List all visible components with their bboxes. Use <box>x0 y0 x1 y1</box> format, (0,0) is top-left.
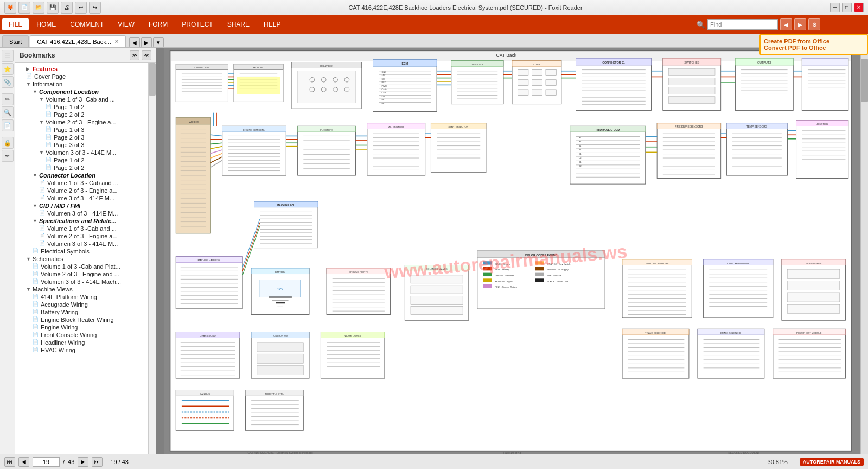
bm-mv-hvac[interactable]: 📄 HVAC Wiring <box>15 346 148 354</box>
menu-comment[interactable]: COMMENT <box>63 18 110 30</box>
foxit-logo[interactable]: 🦊 <box>4 2 16 14</box>
bm-vol3-p2[interactable]: 📄 Page 2 of 2 <box>15 164 148 172</box>
bm-specs-vol3[interactable]: 📄 Volumen 3 of 3 - 414E M... <box>15 240 148 248</box>
bm-vol3-414e[interactable]: ▼ Volumen 3 of 3 - 414E M... <box>15 149 148 156</box>
minimize-btn[interactable]: ─ <box>830 3 840 12</box>
bm-vol1-cab[interactable]: ▼ Volume 1 of 3 -Cab and ... <box>15 96 148 103</box>
next-page-btn[interactable]: ▶ <box>78 457 88 467</box>
arrow-icon: ▼ <box>33 218 39 224</box>
first-page-btn[interactable]: ⏮ <box>4 457 15 467</box>
search-tool-btn[interactable]: 🔍 <box>2 106 14 118</box>
bm-mv-414e[interactable]: 📄 414E Platform Wiring <box>15 293 148 301</box>
bm-conn-vol1[interactable]: 📄 Volume 1 of 3 - Cab and ... <box>15 179 148 187</box>
search-prev-btn[interactable]: ◀ <box>780 18 792 30</box>
print-btn[interactable]: 🖨 <box>61 2 73 14</box>
hand-tool-btn[interactable]: ☰ <box>2 50 14 62</box>
bm-schem-vol2[interactable]: 📄 Volume 2 of 3 - Engine and ... <box>15 270 148 278</box>
bm-mv-headliner[interactable]: 📄 Headliner Wiring <box>15 339 148 346</box>
bm-machine-views[interactable]: ▼ Machine Views <box>15 286 148 293</box>
bm-specs-vol2[interactable]: 📄 Volume 2 of 3 - Engine a... <box>15 232 148 240</box>
search-next-btn[interactable]: ▶ <box>794 18 806 30</box>
bm-mv-accugrade[interactable]: 📄 Accugrade Wiring <box>15 301 148 308</box>
bm-vol2-p1[interactable]: 📄 Page 1 of 3 <box>15 126 148 134</box>
last-page-btn[interactable]: ⏭ <box>92 457 103 467</box>
redo-btn[interactable]: ↪ <box>89 2 101 14</box>
bm-cid-vol[interactable]: 📄 Volumen 3 of 3 - 414E M... <box>15 210 148 217</box>
menu-share[interactable]: SHARE <box>221 18 256 30</box>
bm-mv-engine-label: Engine Wiring <box>41 324 78 331</box>
bm-conn-vol3[interactable]: 📄 Volume 3 of 3 - 414E M... <box>15 194 148 202</box>
bookmark-tool-btn[interactable]: ⭐ <box>2 63 14 75</box>
bm-mv-engine[interactable]: 📄 Engine Wiring <box>15 324 148 331</box>
search-area: 🔍 ◀ ▶ ⚙ <box>692 18 866 30</box>
bm-specs-vol1[interactable]: 📄 Volume 1 of 3 -Cab and ... <box>15 225 148 232</box>
annotation-tool-btn[interactable]: ✏ <box>2 93 14 105</box>
svg-text:MACHINE ECU: MACHINE ECU <box>277 204 295 207</box>
bm-schem-vol1[interactable]: 📄 Volume 1 of 3 -Cab and Plat... <box>15 263 148 270</box>
bm-mv-battery[interactable]: 📄 Battery Wiring <box>15 308 148 316</box>
bm-conn-vol2[interactable]: 📄 Volume 2 of 3 - Engine a... <box>15 187 148 194</box>
undo-btn[interactable]: ↩ <box>75 2 87 14</box>
attachment-tool-btn[interactable]: 📎 <box>2 76 14 88</box>
page-icon: 📄 <box>26 73 33 80</box>
prev-page-btn[interactable]: ◀ <box>18 457 29 467</box>
sidebar-expand-btn[interactable]: ≫ <box>130 50 139 60</box>
tab-bar: Start CAT 416,422E,428E Back... ✕ ◀ ▶ ▼ <box>0 34 868 48</box>
svg-text:CONNECTOR J1: CONNECTOR J1 <box>602 61 625 64</box>
menu-form[interactable]: FORM <box>142 18 174 30</box>
bm-vol3-p1[interactable]: 📄 Page 1 of 2 <box>15 156 148 164</box>
bm-vol2-p3[interactable]: 📄 Page 3 of 3 <box>15 141 148 149</box>
bm-features[interactable]: ▶ Features <box>15 65 148 73</box>
bm-vol2-p2[interactable]: 📄 Page 2 of 3 <box>15 134 148 141</box>
svg-rect-84 <box>518 80 528 86</box>
tab-scroll-right[interactable]: ▶ <box>141 37 152 47</box>
svg-rect-139 <box>802 58 848 65</box>
page-number-input[interactable] <box>33 457 60 467</box>
sidebar-scroll-thumb[interactable] <box>149 63 156 96</box>
bm-vol2-engine[interactable]: ▼ Volume 2 of 3 - Engine a... <box>15 118 148 126</box>
bm-cid-mid-fmi[interactable]: ▼ CID / MID / FMI <box>15 202 148 210</box>
menu-home[interactable]: HOME <box>30 18 62 30</box>
sign-tool-btn[interactable]: ✒ <box>2 150 14 162</box>
security-tool-btn[interactable]: 🔒 <box>2 137 14 149</box>
ad-line2: Convert PDF to Office <box>764 45 864 51</box>
new-file-btn[interactable]: 📄 <box>18 2 30 14</box>
menu-file[interactable]: FILE <box>2 18 29 30</box>
sidebar-collapse-btn[interactable]: ≪ <box>142 50 151 60</box>
save-btn[interactable]: 💾 <box>47 2 59 14</box>
svg-rect-421 <box>788 304 840 313</box>
bm-specs[interactable]: ▼ Specifications and Relate... <box>15 217 148 225</box>
sidebar-header: Bookmarks ≫ ≪ <box>15 48 156 63</box>
tab-start[interactable]: Start <box>2 35 29 47</box>
tab-document-close[interactable]: ✕ <box>114 39 119 45</box>
pdf-vertical-scrollbar[interactable] <box>860 48 868 454</box>
menu-protect[interactable]: PROTECT <box>175 18 219 30</box>
pdf-scroll-thumb[interactable] <box>861 59 868 102</box>
pdf-area[interactable]: CAT Back CONNECTOR MODULE <box>156 48 868 454</box>
search-input[interactable] <box>707 19 778 30</box>
bm-mv-engine-block[interactable]: 📄 Engine Block Heater Wiring <box>15 316 148 324</box>
svg-text:HYDRAULIC ECM: HYDRAULIC ECM <box>596 128 620 131</box>
menu-view[interactable]: VIEW <box>111 18 141 30</box>
search-settings-btn[interactable]: ⚙ <box>808 18 820 30</box>
bm-vol1-p2[interactable]: 📄 Page 2 of 2 <box>15 111 148 118</box>
close-btn[interactable]: ✕ <box>854 3 864 12</box>
svg-text:BATTERY: BATTERY <box>275 271 285 274</box>
tab-document[interactable]: CAT 416,422E,428E Back... ✕ <box>30 35 126 47</box>
maximize-btn[interactable]: □ <box>842 3 852 12</box>
bm-schematics[interactable]: ▼ Schematics <box>15 255 148 263</box>
bm-mv-front-console[interactable]: 📄 Front Console Wiring <box>15 331 148 339</box>
bm-cover-page[interactable]: 📄 Cover Page <box>15 73 148 80</box>
open-file-btn[interactable]: 📂 <box>33 2 44 14</box>
bm-connector-location[interactable]: ▼ Connector Location <box>15 172 148 179</box>
tab-dropdown-btn[interactable]: ▼ <box>153 37 164 47</box>
menu-help[interactable]: HELP <box>257 18 287 30</box>
bm-vol1-p1[interactable]: 📄 Page 1 of 2 <box>15 103 148 111</box>
bm-information[interactable]: ▼ Information <box>15 80 148 88</box>
tab-scroll-left[interactable]: ◀ <box>129 37 140 47</box>
bm-component-location[interactable]: ▼ Component Location <box>15 88 148 96</box>
thumbnail-tool-btn[interactable]: 📄 <box>2 119 14 131</box>
sidebar-scrollbar[interactable] <box>148 63 156 454</box>
bm-schem-vol3[interactable]: 📄 Volumen 3 of 3 - 414E Mach... <box>15 278 148 286</box>
bm-electrical-symbols[interactable]: 📄 Electrical Symbols <box>15 248 148 255</box>
